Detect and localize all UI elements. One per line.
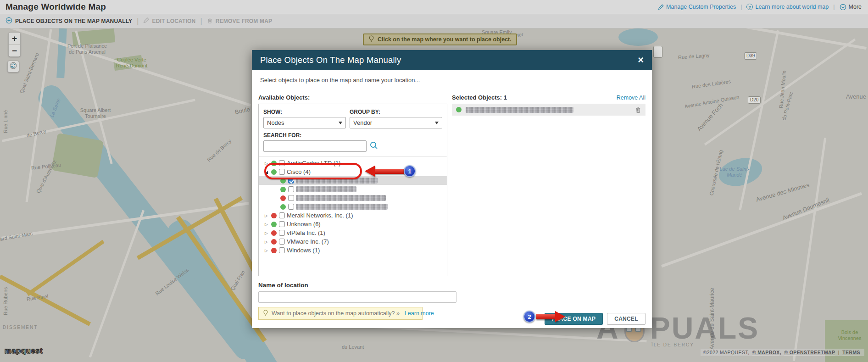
place-objects-modal: Place Objects On The Map Manually × Sele… [252,50,652,328]
expand-icon[interactable]: ▷ [265,239,271,244]
tree-checkbox[interactable] [288,195,294,201]
available-objects-label: Available Objects: [258,94,447,101]
header-actions: Manage Custom Properties | ? Learn more … [658,4,862,11]
search-for-label: SEARCH FOR: [263,132,442,139]
manage-custom-properties-link[interactable]: Manage Custom Properties [658,4,736,10]
status-dot-red [271,230,277,236]
tree-label: VMware Inc. (7) [287,238,329,245]
available-objects-section: Available Objects: SHOW: Nodes GROUP BY:… [258,94,447,276]
tree-label: vIPtela Inc. (1) [287,229,325,236]
tree-checkbox[interactable] [279,212,285,218]
group-by-label: GROUP BY: [350,109,442,115]
more-menu[interactable]: More [840,4,862,11]
annotation-oval-step1 [264,163,362,179]
tree-group-row[interactable]: ▷Meraki Networks, Inc. (1) [259,211,447,220]
group-by-select[interactable]: Vendor [350,117,442,128]
available-objects-panel: SHOW: Nodes GROUP BY: Vendor SEARCH FOR: [258,104,447,276]
cancel-button[interactable]: CANCEL [607,313,645,325]
redacted-object-name [296,195,386,201]
map-toolbar: PLACE OBJECTS ON THE MAP MANUALLY | EDIT… [0,14,868,28]
edit-location-button[interactable]: EDIT LOCATION [143,17,195,25]
annotation-badge-step1: 1 [404,165,416,177]
tree-group-row[interactable]: ▷vIPtela Inc. (1) [259,228,447,237]
plus-circle-icon [6,17,12,25]
status-dot-red [271,239,277,245]
tree-node-row[interactable] [259,194,447,202]
status-dot-green [271,222,277,227]
auto-place-hint: Want to place objects on the map automat… [258,307,423,320]
map-canvas[interactable]: Square EmilyRue CuvierPort de Plaisance … [0,28,868,362]
page-header: Manage Worldwide Map Manage Custom Prope… [0,0,868,14]
selected-object-row [452,104,645,116]
expand-icon[interactable]: ▷ [265,213,271,218]
annotation-arrow-step2 [536,311,565,322]
tree-checkbox[interactable] [279,239,285,245]
tree-checkbox[interactable] [279,221,285,227]
tree-group-row[interactable]: ▷Unknown (6) [259,220,447,228]
question-circle-icon: ? [746,4,753,10]
search-icon[interactable] [369,141,378,152]
tree-group-row[interactable]: ▷Windows (1) [259,246,447,255]
tree-checkbox[interactable] [279,247,285,253]
redacted-object-name [466,107,573,113]
expand-icon[interactable]: ▷ [265,231,271,235]
modal-header: Place Objects On The Map Manually × [252,50,652,70]
location-name-input[interactable] [258,291,456,303]
pencil-icon [658,4,664,10]
search-input[interactable] [263,140,367,152]
annotation-badge-step2: 2 [523,311,535,323]
tree-checkbox[interactable] [288,204,294,210]
tree-label: Meraki Networks, Inc. (1) [287,212,353,219]
tree-checkbox[interactable] [279,230,285,236]
selected-objects-list [452,104,645,116]
annotation-arrow-step1 [365,166,406,177]
status-dot-green [280,204,286,210]
filter-controls: SHOW: Nodes GROUP BY: Vendor SEARCH FOR: [259,104,447,156]
tree-group-row[interactable]: ▷VMware Inc. (7) [259,237,447,246]
tree-node-row[interactable] [259,202,447,211]
remove-all-link[interactable]: Remove All [617,95,645,101]
place-objects-on-map-button[interactable]: PLACE OBJECTS ON THE MAP MANUALLY [6,17,132,25]
tree-node-row[interactable] [259,185,447,194]
redacted-object-name [296,204,388,210]
close-icon[interactable]: × [638,55,644,65]
modal-intro-text: Select objects to place on the map and n… [260,77,420,84]
status-dot-red [280,195,286,201]
status-dot-green [456,107,462,112]
tree-label: Unknown (6) [287,221,321,228]
status-dot-green [280,187,286,192]
status-dot-red [271,248,277,253]
app-window: Manage Worldwide Map Manage Custom Prope… [0,0,868,362]
expand-icon[interactable]: ▷ [265,222,271,227]
redacted-object-name [296,186,356,192]
divider: | [740,4,742,10]
trash-icon[interactable] [635,106,641,113]
tree-checkbox[interactable] [288,186,294,192]
modal-title: Place Objects On The Map Manually [260,55,401,65]
learn-more-link[interactable]: Learn more [405,310,434,317]
pencil-icon [143,17,149,25]
selected-objects-label: Selected Objects: 1 [452,94,507,101]
chevron-down-circle-icon [840,4,846,11]
tree-label: Windows (1) [287,247,320,254]
divider: | [200,17,202,25]
remove-from-map-button[interactable]: REMOVE FROM MAP [207,17,273,25]
learn-more-world-map-link[interactable]: ? Learn more about world map [746,4,829,10]
lightbulb-icon [263,310,268,317]
trash-icon [207,17,213,25]
divider: | [833,4,835,10]
selected-objects-section: Selected Objects: 1 Remove All [452,94,645,116]
page-title: Manage Worldwide Map [6,2,106,12]
show-label: SHOW: [263,109,346,115]
show-select[interactable]: Nodes [263,117,346,128]
divider: | [137,17,139,25]
status-dot-red [271,213,277,218]
expand-icon[interactable]: ▷ [265,248,271,253]
name-of-location-label: Name of location [258,282,458,289]
location-name-section: Name of location Want to place objects o… [258,282,458,320]
